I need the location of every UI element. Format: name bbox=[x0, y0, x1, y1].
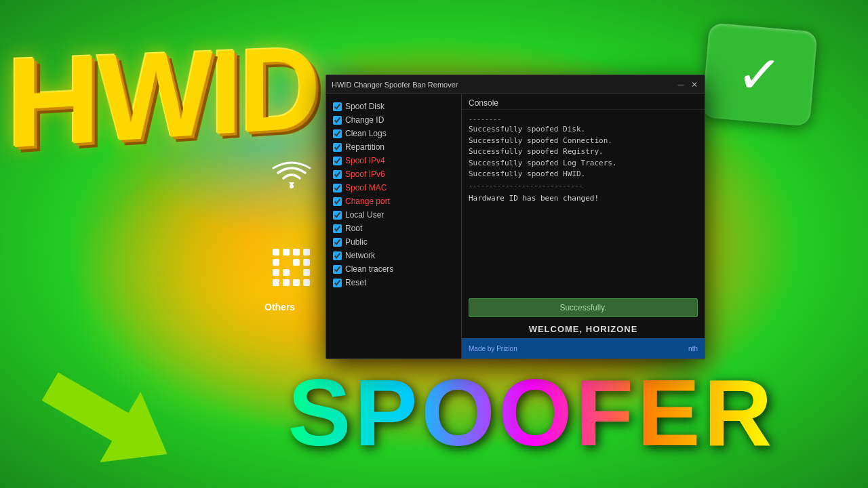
app-body: Spoof DiskChange IDClean LogsRepartition… bbox=[326, 94, 705, 359]
grid-dot bbox=[273, 279, 279, 286]
app-window: HWID Changer Spoofer Ban Remover ─ ✕ Spo… bbox=[326, 75, 705, 359]
checklist-item-root[interactable]: Root bbox=[329, 222, 458, 235]
hwid-title: HWID bbox=[6, 29, 317, 168]
checkbox-spoof-mac[interactable] bbox=[333, 184, 342, 192]
label-change-port: Change port bbox=[345, 197, 390, 206]
grid-dot bbox=[293, 249, 300, 256]
grid-dot bbox=[303, 279, 310, 286]
checkbox-change-port[interactable] bbox=[333, 197, 342, 206]
checklist-item-clean-logs[interactable]: Clean Logs bbox=[329, 127, 458, 140]
checkbox-clean-tracers[interactable] bbox=[333, 265, 342, 274]
success-text: Successfully. bbox=[559, 303, 606, 312]
checklist-item-network[interactable]: Network bbox=[329, 249, 458, 262]
version-text: nth bbox=[688, 345, 698, 352]
checklist-item-repartition[interactable]: Repartition bbox=[329, 140, 458, 154]
console-panel: Console -------- Successfully spoofed Di… bbox=[462, 94, 705, 359]
check-badge: ✓ bbox=[701, 22, 818, 126]
label-clean-logs: Clean Logs bbox=[345, 129, 387, 138]
checklist-panel: Spoof DiskChange IDClean LogsRepartition… bbox=[326, 94, 462, 359]
label-spoof-mac: Spoof MAC bbox=[345, 183, 387, 192]
svg-point-0 bbox=[290, 184, 294, 188]
checkbox-reset[interactable] bbox=[333, 279, 342, 287]
checkbox-spoof-ipv6[interactable] bbox=[333, 170, 342, 179]
spoofer-title: SPOOFER bbox=[288, 358, 776, 468]
label-spoof-ipv4: Spoof IPv4 bbox=[345, 156, 385, 165]
checklist-item-local-user[interactable]: Local User bbox=[329, 208, 458, 222]
success-bar: Successfully. bbox=[469, 298, 698, 317]
label-spoof-ipv6: Spoof IPv6 bbox=[345, 169, 385, 179]
checkbox-spoof-ipv4[interactable] bbox=[333, 157, 342, 165]
label-spoof-disk: Spoof Disk bbox=[345, 102, 384, 111]
label-clean-tracers: Clean tracers bbox=[345, 264, 393, 274]
wifi-icon bbox=[264, 149, 319, 203]
checkbox-local-user[interactable] bbox=[333, 211, 342, 220]
console-divider-top: -------- bbox=[469, 114, 698, 124]
console-title: Console bbox=[462, 94, 705, 110]
label-repartition: Repartition bbox=[345, 142, 384, 152]
made-by-text: Made by Prizion bbox=[469, 345, 517, 352]
checklist-item-change-id[interactable]: Change ID bbox=[329, 113, 458, 127]
console-line-2: Successfully spoofed Connection. bbox=[469, 136, 698, 147]
title-bar: HWID Changer Spoofer Ban Remover ─ ✕ bbox=[326, 75, 705, 94]
checkbox-change-id[interactable] bbox=[333, 116, 342, 125]
console-line-4: Successfully spoofed Log Tracers. bbox=[469, 158, 698, 169]
grid-dot bbox=[293, 269, 300, 276]
console-line-3: Successfully spoofed Registry. bbox=[469, 146, 698, 158]
close-button[interactable]: ✕ bbox=[690, 80, 699, 89]
console-divider-2: ---------------------------- bbox=[469, 180, 698, 190]
grid-dot bbox=[283, 269, 290, 276]
welcome-text: WELCOME, HORIZONE bbox=[462, 320, 705, 338]
checkbox-clean-logs[interactable] bbox=[333, 129, 342, 138]
console-output: -------- Successfully spoofed Disk. Succ… bbox=[462, 110, 705, 296]
grid-dot bbox=[283, 249, 290, 256]
grid-dots bbox=[273, 249, 311, 287]
window-controls: ─ ✕ bbox=[676, 80, 699, 89]
label-public: Public bbox=[345, 237, 368, 247]
console-line-1: Successfully spoofed Disk. bbox=[469, 124, 698, 136]
label-network: Network bbox=[345, 251, 375, 260]
checkbox-network[interactable] bbox=[333, 251, 342, 260]
grid-dot bbox=[283, 279, 290, 286]
grid-dot bbox=[303, 269, 310, 276]
checkbox-root[interactable] bbox=[333, 224, 342, 233]
hwid-changed-text: Hardware ID has been changed! bbox=[469, 193, 698, 205]
grid-dot bbox=[303, 259, 310, 266]
grid-dot bbox=[293, 259, 300, 266]
grid-icon bbox=[268, 244, 315, 291]
checklist-item-spoof-disk[interactable]: Spoof Disk bbox=[329, 100, 458, 113]
grid-dot bbox=[283, 259, 290, 266]
console-line-5: Successfully spoofed HWID. bbox=[469, 169, 698, 180]
checklist-item-clean-tracers[interactable]: Clean tracers bbox=[329, 262, 458, 276]
grid-dot bbox=[303, 249, 310, 256]
label-change-id: Change ID bbox=[345, 115, 384, 125]
bottom-bar: Made by Prizion nth bbox=[462, 338, 705, 359]
checkbox-public[interactable] bbox=[333, 238, 342, 247]
checklist-item-reset[interactable]: Reset bbox=[329, 276, 458, 289]
label-root: Root bbox=[345, 224, 362, 233]
others-label: Others bbox=[264, 302, 295, 312]
grid-dot bbox=[273, 259, 279, 266]
window-title: HWID Changer Spoofer Ban Remover bbox=[332, 81, 676, 89]
label-local-user: Local User bbox=[345, 210, 384, 220]
checklist-item-change-port[interactable]: Change port bbox=[329, 195, 458, 208]
grid-dot bbox=[273, 269, 279, 276]
checklist-item-spoof-mac[interactable]: Spoof MAC bbox=[329, 181, 458, 195]
checklist-item-spoof-ipv4[interactable]: Spoof IPv4 bbox=[329, 154, 458, 167]
label-reset: Reset bbox=[345, 278, 366, 287]
checklist-item-spoof-ipv6[interactable]: Spoof IPv6 bbox=[329, 167, 458, 181]
grid-dot bbox=[293, 279, 300, 286]
minimize-button[interactable]: ─ bbox=[676, 80, 686, 89]
checkmark-icon: ✓ bbox=[734, 41, 785, 108]
checkbox-repartition[interactable] bbox=[333, 143, 342, 152]
checklist-item-public[interactable]: Public bbox=[329, 235, 458, 249]
checkbox-spoof-disk[interactable] bbox=[333, 102, 342, 111]
grid-dot bbox=[273, 249, 279, 256]
